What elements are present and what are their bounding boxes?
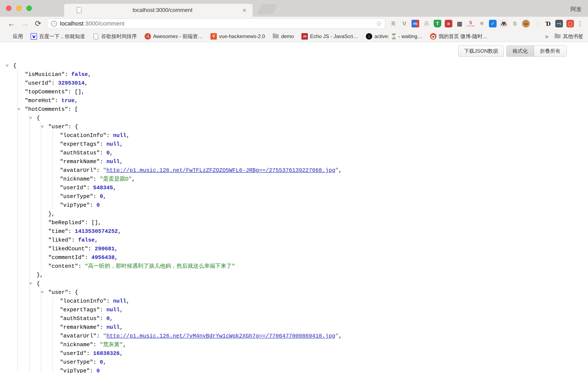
fe-icon[interactable]: FE (411, 20, 419, 27)
s-icon: S (513, 21, 516, 27)
sitemap-icon[interactable]: 品 (423, 20, 430, 27)
json-key: "expertTags" (60, 141, 100, 147)
json-line: }, (48, 210, 342, 218)
fast-forward-icon[interactable]: » (445, 20, 452, 27)
weibo-ext-icon[interactable]: ◌ (533, 20, 541, 27)
s-icon[interactable]: S (511, 20, 519, 27)
json-line: "hotComments": [ (25, 105, 342, 114)
bookmark-baidu-icon (31, 33, 37, 40)
bookmark-awesomes[interactable]: AAwesomes - 前端资… (145, 33, 203, 40)
json-line: { (37, 114, 342, 122)
json-punct: : (52, 80, 58, 86)
json-line: "expertTags": null, (60, 306, 342, 314)
bookmark-google-sort[interactable]: 谷歌按时间排序 (93, 33, 137, 40)
bookmark-star-icon[interactable]: ☆ (376, 20, 382, 28)
json-line: "content": "高一听的，那时候遇到了孩儿他妈，然后就这么幸福下来了" (48, 262, 342, 271)
bookmark-vue-hackernews[interactable]: Vvue-hackernews-2.0 (210, 33, 265, 40)
back-icon[interactable]: ← (8, 20, 15, 27)
json-string: " (335, 333, 339, 339)
profile-name[interactable]: 阿发 (571, 6, 582, 13)
collapse-toggle-icon[interactable] (6, 65, 9, 69)
json-key: "commentId" (48, 254, 85, 261)
json-key: "vipType" (60, 368, 90, 373)
other-bookmarks-folder[interactable]: 其他书签 (554, 33, 583, 40)
minimize-window-button[interactable] (16, 6, 22, 11)
json-line: "nickname": "荒灰黄", (60, 341, 342, 349)
json-children-group: {"user": {"locationInfo": null,"expertTa… (29, 114, 342, 373)
json-key: "vipType" (60, 202, 90, 208)
bookmark-label: Echo JS - JavaScri… (310, 33, 358, 39)
bookmark-demo[interactable]: demo (273, 33, 294, 40)
bookmark-baidu[interactable]: 百度一下，你就知道 (31, 33, 85, 40)
avatar-url-link[interactable]: http://p1.music.126.net/FwTFLzZFZOZO5WFL… (106, 167, 335, 173)
json-key: "userId" (60, 185, 86, 191)
translate-icon[interactable]: 英 (389, 20, 397, 27)
json-string: "高一听的，那时候遇到了孩儿他妈，然后就这么幸福下来了" (85, 263, 235, 269)
bookmark-label: demo (281, 33, 294, 39)
avatar-url-link[interactable]: http://p1.music.126.net/7vM4nvBdrYw1cWgk… (106, 333, 335, 339)
shield-t-icon[interactable]: T (434, 20, 441, 27)
collapse-toggle-icon[interactable] (29, 283, 32, 287)
json-key: "authStatus" (60, 315, 100, 322)
bookmarks-bar: 应用百度一下，你就知道谷歌按时间排序AAwesomes - 前端资…Vvue-h… (0, 31, 588, 42)
json-line: "user": { (48, 288, 342, 297)
vimium-icon[interactable]: V (400, 20, 408, 27)
collapse-all-button[interactable]: 折叠所有 (534, 46, 566, 56)
json-line: { (37, 279, 342, 288)
collapse-toggle-icon[interactable] (41, 291, 44, 295)
bookmark-apps[interactable]: 应用 (5, 33, 23, 40)
bookmark-vue-hackernews-icon: V (210, 33, 217, 40)
close-window-button[interactable] (6, 6, 11, 11)
page-content: 下载JSON数据 格式化 折叠所有 {"isMusician": false,"… (0, 42, 588, 373)
new-tab-button[interactable] (258, 5, 277, 14)
blue-check-icon[interactable]: ✓ (489, 20, 497, 27)
bookmark-echojs[interactable]: JSEcho JS - JavaScri… (301, 33, 358, 40)
format-button[interactable]: 格式化 (507, 46, 534, 56)
tab-close-icon[interactable]: × (242, 7, 246, 14)
forward-icon[interactable]: → (21, 20, 29, 27)
json-punct: , (123, 341, 126, 348)
browser-tab[interactable]: localhost:3000/comment × (64, 3, 253, 17)
paw-icon[interactable]: ✺ (478, 20, 485, 27)
json-punct: { (13, 63, 17, 69)
bookmark-weibo[interactable]: 我的首页 微博-随时… (430, 33, 488, 40)
json-punct: , (126, 298, 130, 304)
json-punct: : (72, 237, 78, 243)
download-json-button[interactable]: 下载JSON数据 (458, 45, 504, 57)
browser-menu-icon[interactable]: ⋮ (577, 20, 583, 27)
d-icon[interactable]: Ɗ (544, 20, 552, 27)
monkey-icon[interactable]: ω (522, 20, 530, 27)
json-children-group: "locationInfo": null,"expertTags": null,… (52, 297, 342, 373)
bookmarks-overflow-icon[interactable]: » (545, 33, 548, 40)
json-punct: : (93, 176, 100, 182)
collapse-toggle-icon[interactable] (41, 126, 44, 130)
red-o-icon[interactable]: ◯ (566, 20, 574, 27)
json-punct: : (90, 368, 96, 373)
mask-icon[interactable] (500, 20, 508, 27)
json-punct: : (96, 167, 103, 173)
json-line: "isMusician": false, (25, 70, 342, 79)
maximize-window-button[interactable] (26, 6, 32, 11)
json-value: 4956438 (91, 254, 115, 261)
json-line: "locationInfo": null, (60, 297, 342, 306)
address-bar[interactable]: i localhost :3000/comment ☆ (47, 19, 385, 29)
dots-pipe-icon[interactable]: •••| (555, 20, 563, 27)
collapse-toggle-icon[interactable] (29, 117, 32, 121)
html5-player-icon[interactable]: 5PLAYER (467, 20, 474, 27)
json-value: 0 (106, 150, 110, 156)
json-punct: , (84, 80, 88, 86)
bookmark-active[interactable]: ↓active: ⌛ - waiting… (366, 33, 422, 40)
json-punct: , (132, 176, 135, 182)
shield-t-icon: T (436, 21, 439, 26)
json-key: "topComments" (25, 89, 68, 95)
json-key: "content" (48, 263, 78, 269)
reload-icon[interactable]: ⟳ (35, 20, 41, 27)
collapse-toggle-icon[interactable] (17, 108, 21, 112)
json-punct: , (339, 167, 342, 173)
bookmark-active-icon: ↓ (366, 33, 372, 40)
qrcode-icon[interactable]: ▦ (456, 20, 463, 27)
site-info-icon[interactable]: i (51, 21, 57, 27)
folder-icon (554, 33, 561, 40)
bookmarks-right: » 其他书签 (545, 33, 583, 40)
json-punct: : (68, 228, 75, 234)
